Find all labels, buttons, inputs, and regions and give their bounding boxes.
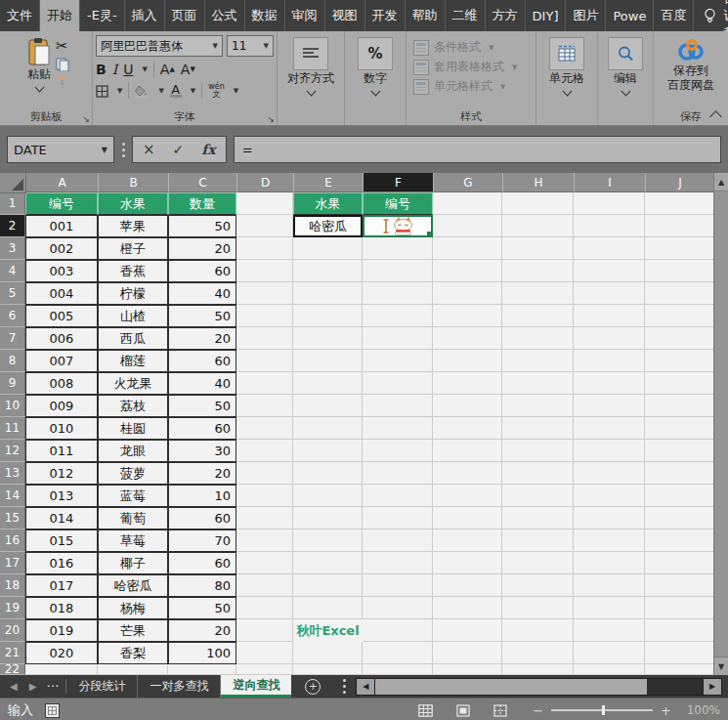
ribbon-tab-审阅[interactable]: 审阅 <box>285 0 325 31</box>
cell-D10[interactable] <box>236 395 293 417</box>
cell-F21[interactable] <box>363 642 433 664</box>
font-name-select[interactable]: 阿里巴巴普惠体 ▼ <box>96 35 223 57</box>
fill-color-dropdown-icon[interactable]: ▼ <box>158 87 163 95</box>
cancel-button[interactable]: × <box>143 141 155 158</box>
cell-D8[interactable] <box>236 350 293 372</box>
cell-B4[interactable]: 香蕉 <box>98 260 168 282</box>
cell-C14[interactable]: 10 <box>168 485 236 507</box>
cell-H16[interactable] <box>502 529 574 552</box>
cell-H1[interactable] <box>502 192 574 215</box>
cell-J9[interactable] <box>645 372 714 395</box>
font-color-button[interactable]: A <box>170 84 182 98</box>
active-cell-F2[interactable] <box>363 215 433 237</box>
fill-color-button[interactable] <box>135 85 150 98</box>
cell-C1[interactable]: 数量 <box>168 192 236 215</box>
cell-D16[interactable] <box>236 529 293 552</box>
cell-G16[interactable] <box>433 529 502 552</box>
cell-H3[interactable] <box>502 237 574 260</box>
number-format-button[interactable]: % 数字 <box>354 35 397 97</box>
select-all-button[interactable] <box>0 173 26 193</box>
cell-E10[interactable] <box>293 395 363 417</box>
cell-B9[interactable]: 火龙果 <box>98 372 168 395</box>
cell-H8[interactable] <box>502 350 574 372</box>
cell-D4[interactable] <box>236 260 293 282</box>
row-header-22[interactable]: 22 <box>0 664 25 675</box>
row-header-10[interactable]: 10 <box>0 395 25 417</box>
column-header-J[interactable]: J <box>646 173 715 192</box>
ribbon-tab-百度[interactable]: 百度 <box>654 0 694 31</box>
cell-G11[interactable] <box>433 417 502 440</box>
row-header-15[interactable]: 15 <box>0 507 25 529</box>
cell-A10[interactable]: 009 <box>25 395 98 417</box>
cell-D15[interactable] <box>236 507 293 529</box>
cell-E6[interactable] <box>293 305 363 327</box>
cell-B10[interactable]: 荔枝 <box>98 395 168 417</box>
cell-G17[interactable] <box>433 552 502 574</box>
cell-B19[interactable]: 杨梅 <box>98 597 168 619</box>
row-header-19[interactable]: 19 <box>0 597 25 619</box>
borders-button[interactable] <box>96 85 108 98</box>
cut-button[interactable]: ✂ <box>56 37 69 55</box>
scroll-left-button[interactable]: ◀ <box>356 678 375 696</box>
column-header-C[interactable]: C <box>169 173 237 192</box>
cell-J13[interactable] <box>645 462 714 485</box>
cell-E18[interactable] <box>293 574 363 597</box>
cell-D13[interactable] <box>236 462 293 485</box>
cell-E19[interactable] <box>293 597 363 619</box>
cell-B15[interactable]: 葡萄 <box>98 507 168 529</box>
cell-F7[interactable] <box>363 327 433 350</box>
row-header-4[interactable]: 4 <box>0 260 25 282</box>
cell-G9[interactable] <box>433 372 502 395</box>
h-scroll-track[interactable] <box>375 678 703 696</box>
cell-B1[interactable]: 水果 <box>98 192 168 215</box>
cell-J5[interactable] <box>645 282 714 305</box>
cell-A1[interactable]: 编号 <box>25 192 98 215</box>
cell-H19[interactable] <box>502 597 574 619</box>
cell-F18[interactable] <box>363 574 433 597</box>
macro-record-button[interactable] <box>45 703 60 718</box>
cell-C10[interactable]: 50 <box>168 395 236 417</box>
scroll-right-button[interactable]: ▶ <box>703 678 722 696</box>
cell-I22[interactable] <box>574 664 645 675</box>
format-as-table-button[interactable]: 套用表格格式▼ <box>413 59 517 75</box>
italic-button[interactable]: I <box>112 62 118 77</box>
row-header-12[interactable]: 12 <box>0 440 25 462</box>
cell-G4[interactable] <box>433 260 502 282</box>
cell-J1[interactable] <box>645 192 714 215</box>
cell-I7[interactable] <box>574 327 645 350</box>
cell-J16[interactable] <box>645 529 714 552</box>
ribbon-tab-开始[interactable]: 开始 <box>40 0 80 31</box>
cell-D3[interactable] <box>236 237 293 260</box>
cell-H18[interactable] <box>502 574 574 597</box>
copy-button[interactable] <box>56 58 69 71</box>
name-box[interactable]: DATE ▼ <box>7 136 114 163</box>
cell-I16[interactable] <box>574 529 645 552</box>
cell-G1[interactable] <box>433 192 502 215</box>
sheet-prev-button[interactable]: ◀ <box>10 681 18 692</box>
cell-D5[interactable] <box>236 282 293 305</box>
cell-C12[interactable]: 30 <box>168 440 236 462</box>
grow-font-button[interactable]: A▲ <box>160 62 175 77</box>
cell-J3[interactable] <box>645 237 714 260</box>
cell-D18[interactable] <box>236 574 293 597</box>
zoom-out-button[interactable]: − <box>533 703 543 718</box>
cell-A13[interactable]: 012 <box>25 462 98 485</box>
column-header-B[interactable]: B <box>99 173 169 192</box>
conditional-formatting-button[interactable]: 条件格式▼ <box>413 39 493 56</box>
cell-I17[interactable] <box>574 552 645 574</box>
underline-button[interactable]: U <box>123 62 133 77</box>
cell-G3[interactable] <box>433 237 502 260</box>
cell-D11[interactable] <box>236 417 293 440</box>
paste-button[interactable]: 粘贴 <box>22 35 56 93</box>
ribbon-tab-数据[interactable]: 数据 <box>245 0 285 31</box>
cell-A4[interactable]: 003 <box>25 260 98 282</box>
cell-F8[interactable] <box>363 350 433 372</box>
ribbon-tab-图片[interactable]: 图片 <box>566 0 606 31</box>
cell-F17[interactable] <box>363 552 433 574</box>
cell-J20[interactable] <box>645 619 714 642</box>
cell-C22[interactable] <box>168 664 236 675</box>
cell-C4[interactable]: 60 <box>168 260 236 282</box>
scroll-up-button[interactable]: ▲ <box>714 173 728 191</box>
cell-I4[interactable] <box>574 260 645 282</box>
cell-I14[interactable] <box>574 485 645 507</box>
